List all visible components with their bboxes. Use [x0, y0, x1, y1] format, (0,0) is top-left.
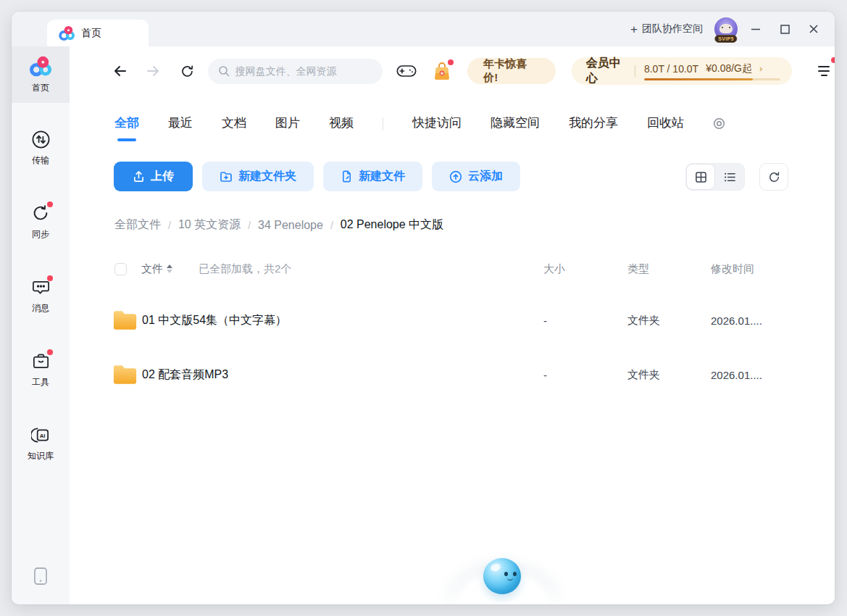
reload-button[interactable]: [175, 59, 199, 83]
search-input[interactable]: [235, 65, 366, 77]
tab-videos[interactable]: 视频: [329, 115, 354, 133]
team-space-label: 团队协作空间: [642, 22, 703, 36]
file-row[interactable]: 02 配套音频MP3 - 文件夹 2026.01....: [99, 351, 806, 399]
new-folder-icon: [220, 170, 233, 183]
sidebar-item-sync[interactable]: 同步: [12, 193, 70, 249]
sidebar-item-label: 知识库: [28, 450, 54, 462]
mascot-eye: [513, 572, 517, 576]
tab-home[interactable]: 首页: [47, 20, 149, 46]
tab-recent[interactable]: 最近: [168, 115, 193, 133]
file-column-header[interactable]: 文件: [141, 262, 172, 276]
breadcrumb-separator: /: [168, 220, 171, 231]
sort-icon: [167, 265, 172, 273]
storage-progress-bar: [644, 78, 780, 80]
upload-label: 上传: [151, 169, 174, 184]
storage-progress-fill: [644, 78, 753, 80]
notification-dot: [47, 275, 53, 281]
sidebar-item-messages[interactable]: 消息: [12, 267, 70, 323]
file-name[interactable]: 02 配套音频MP3: [142, 367, 228, 383]
sidebar-item-tools[interactable]: 工具: [12, 341, 70, 397]
tab-recycle-bin[interactable]: 回收站: [647, 115, 684, 133]
tab-quick-access[interactable]: 快捷访问: [412, 115, 462, 133]
sidebar-item-label: 消息: [32, 302, 49, 315]
file-size: -: [543, 369, 547, 381]
notification-dot: [47, 349, 53, 355]
message-icon: [30, 276, 51, 298]
file-modified: 2026.01....: [711, 315, 762, 327]
tab-hidden-space[interactable]: 隐藏空间: [491, 115, 540, 133]
search-box[interactable]: [208, 59, 383, 84]
tab-my-shares[interactable]: 我的分享: [569, 115, 618, 133]
action-buttons: 上传 新建文件夹 新建文件: [114, 162, 520, 191]
breadcrumb-current: 02 Penelope 中文版: [341, 217, 443, 233]
titlebar: 首页 + 团队协作空间 SVIP5: [12, 12, 835, 46]
notification-dot: [831, 57, 835, 63]
team-space-button[interactable]: + 团队协作空间: [630, 22, 703, 36]
ai-assistant-button[interactable]: [483, 558, 521, 594]
view-tools: [685, 163, 788, 191]
tab-all[interactable]: 全部: [114, 115, 139, 133]
grid-view-icon: [695, 171, 707, 183]
loaded-status: 已全部加载，共2个: [199, 262, 291, 276]
game-center-button[interactable]: [394, 58, 420, 84]
storage-quota: 8.0T / 10.0T: [644, 63, 698, 75]
upload-icon: [133, 170, 145, 183]
ai-library-icon: AI: [30, 424, 51, 446]
new-file-button[interactable]: 新建文件: [323, 162, 422, 191]
avatar[interactable]: SVIP5: [714, 17, 738, 41]
file-column-label: 文件: [141, 262, 163, 276]
sidebar-item-knowledge[interactable]: AI 知识库: [12, 415, 70, 471]
member-center-button[interactable]: 会员中心 8.0T / 10.0T ¥0.08/G起 ›: [572, 57, 792, 85]
grid-view-button[interactable]: [686, 164, 715, 190]
new-file-icon: [341, 170, 353, 183]
folder-icon: [112, 309, 138, 332]
gift-bag-button[interactable]: [430, 58, 455, 84]
sidebar-item-label: 传输: [32, 154, 49, 167]
list-view-button[interactable]: [715, 164, 744, 190]
netdisk-logo-icon: [59, 25, 75, 41]
tab-title: 首页: [81, 27, 101, 40]
upload-button[interactable]: 上传: [114, 162, 193, 191]
breadcrumb: 全部文件 / 10 英文资源 / 34 Penelope / 02 Penelo…: [114, 217, 443, 233]
ai-assistant-mascot: [445, 557, 561, 604]
view-toggle-group: [685, 163, 745, 191]
mascot-mouth: [507, 578, 513, 580]
sidebar-item-home[interactable]: 首页: [12, 46, 70, 103]
close-button[interactable]: [803, 18, 825, 40]
file-row[interactable]: 01 中文版54集（中文字幕） - 文件夹 2026.01....: [99, 296, 806, 344]
new-folder-button[interactable]: 新建文件夹: [202, 162, 314, 191]
maximize-button[interactable]: [774, 18, 796, 40]
file-modified: 2026.01....: [711, 369, 762, 381]
breadcrumb-separator: /: [248, 220, 251, 231]
tab-images[interactable]: 图片: [275, 115, 300, 133]
browser-toolbar: 年卡惊喜价! 会员中心 8.0T / 10.0T ¥0.08/G起 ›: [70, 55, 835, 87]
promo-label: 年卡惊喜价!: [483, 57, 539, 85]
breadcrumb-item-2[interactable]: 34 Penelope: [258, 219, 323, 232]
divider: [383, 117, 383, 130]
svg-text:AI: AI: [39, 432, 45, 438]
tab-documents[interactable]: 文档: [222, 115, 246, 133]
sync-icon: [30, 202, 51, 224]
sidebar-item-transfer[interactable]: 传输: [12, 119, 70, 175]
select-all-checkbox[interactable]: [114, 263, 127, 275]
back-button[interactable]: [109, 59, 133, 83]
sidebar: 首页 传输: [12, 46, 70, 604]
cloud-add-button[interactable]: 云添加: [432, 162, 520, 191]
minimize-button[interactable]: [745, 18, 767, 40]
time-column-header: 修改时间: [711, 262, 754, 276]
forward-button[interactable]: [141, 59, 165, 83]
file-type: 文件夹: [627, 368, 660, 382]
mobile-app-button[interactable]: [33, 567, 49, 588]
notification-dot: [47, 201, 53, 207]
toolbox-icon: [30, 350, 51, 372]
breadcrumb-item-1[interactable]: 10 英文资源: [178, 217, 241, 233]
breadcrumb-item-root[interactable]: 全部文件: [114, 217, 161, 233]
menu-filter-button[interactable]: [814, 60, 835, 82]
refresh-list-button[interactable]: [759, 163, 788, 191]
divider: [635, 65, 635, 77]
new-folder-label: 新建文件夹: [238, 169, 296, 184]
content-area: 年卡惊喜价! 会员中心 8.0T / 10.0T ¥0.08/G起 ›: [70, 46, 835, 604]
promo-button[interactable]: 年卡惊喜价!: [467, 58, 555, 84]
tabs-settings-button[interactable]: [713, 117, 725, 130]
file-name[interactable]: 01 中文版54集（中文字幕）: [142, 313, 287, 328]
